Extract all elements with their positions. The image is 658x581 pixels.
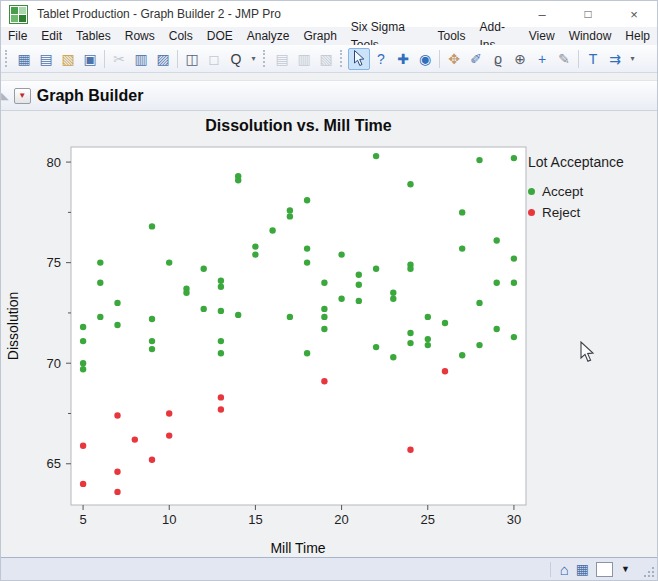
data-point-reject[interactable] (132, 436, 138, 442)
data-point-reject[interactable] (218, 406, 224, 412)
menu-item-file[interactable]: File (1, 27, 34, 45)
data-point-accept[interactable] (425, 314, 431, 320)
data-point-accept[interactable] (149, 223, 155, 229)
data-point-accept[interactable] (304, 197, 310, 203)
data-point-reject[interactable] (442, 368, 448, 374)
data-point-accept[interactable] (407, 330, 413, 336)
data-point-accept[interactable] (494, 280, 500, 286)
toolbar-overflow-2-button[interactable]: ▾ (626, 48, 639, 70)
arrow-tool-button[interactable] (348, 48, 370, 70)
data-point-accept[interactable] (321, 326, 327, 332)
data-point-reject[interactable] (407, 447, 413, 453)
data-filter-button[interactable]: ◫ (181, 48, 203, 70)
help-tool-button[interactable]: ? (370, 48, 392, 70)
data-point-accept[interactable] (459, 352, 465, 358)
data-point-accept[interactable] (356, 298, 362, 304)
plot-area[interactable] (71, 147, 526, 505)
legend-item-reject[interactable]: Reject (528, 204, 658, 220)
move-tool-button[interactable]: ✚ (392, 48, 414, 70)
data-point-accept[interactable] (114, 300, 120, 306)
data-point-accept[interactable] (269, 227, 275, 233)
data-point-reject[interactable] (321, 378, 327, 384)
data-point-accept[interactable] (373, 344, 379, 350)
data-point-reject[interactable] (166, 410, 172, 416)
save-button[interactable]: ▣ (79, 48, 101, 70)
data-point-accept[interactable] (373, 266, 379, 272)
menu-item-tables[interactable]: Tables (69, 27, 118, 45)
data-point-accept[interactable] (252, 243, 258, 249)
grabber-tool-button[interactable]: ✥ (443, 48, 465, 70)
data-point-accept[interactable] (407, 266, 413, 272)
data-point-accept[interactable] (80, 366, 86, 372)
data-point-accept[interactable] (80, 360, 86, 366)
menu-item-window[interactable]: Window (562, 27, 619, 45)
data-point-accept[interactable] (494, 326, 500, 332)
legend-item-accept[interactable]: Accept (528, 183, 658, 199)
data-point-accept[interactable] (356, 272, 362, 278)
data-point-accept[interactable] (459, 245, 465, 251)
data-point-accept[interactable] (338, 251, 344, 257)
menu-item-doe[interactable]: DOE (200, 27, 240, 45)
data-point-accept[interactable] (235, 312, 241, 318)
data-point-accept[interactable] (201, 306, 207, 312)
menu-item-view[interactable]: View (522, 27, 562, 45)
menu-item-tools[interactable]: Tools (431, 27, 473, 45)
home-window-icon[interactable]: ⌂ (560, 562, 569, 577)
data-point-accept[interactable] (235, 177, 241, 183)
data-point-accept[interactable] (201, 266, 207, 272)
data-point-accept[interactable] (97, 259, 103, 265)
data-point-reject[interactable] (218, 394, 224, 400)
menu-item-graph[interactable]: Graph (296, 27, 343, 45)
data-point-reject[interactable] (166, 432, 172, 438)
data-point-accept[interactable] (218, 350, 224, 356)
new-data-table-button[interactable]: ▦ (13, 48, 35, 70)
toolbar-drag-handle[interactable] (263, 50, 268, 67)
data-point-accept[interactable] (425, 336, 431, 342)
data-point-accept[interactable] (494, 237, 500, 243)
annotate-line-tool-button[interactable]: ⇉ (604, 48, 626, 70)
data-point-accept[interactable] (338, 296, 344, 302)
data-point-accept[interactable] (218, 308, 224, 314)
data-point-accept[interactable] (304, 245, 310, 251)
target-tool-button[interactable]: ◉ (414, 48, 436, 70)
data-point-accept[interactable] (511, 280, 517, 286)
data-point-accept[interactable] (183, 290, 189, 296)
data-point-accept[interactable] (218, 338, 224, 344)
data-point-accept[interactable] (476, 300, 482, 306)
close-button[interactable]: × (611, 1, 657, 27)
data-point-accept[interactable] (321, 314, 327, 320)
data-point-accept[interactable] (390, 296, 396, 302)
data-point-accept[interactable] (287, 213, 293, 219)
window-list-box[interactable] (596, 562, 613, 577)
data-point-accept[interactable] (149, 338, 155, 344)
data-point-accept[interactable] (97, 314, 103, 320)
data-point-accept[interactable] (287, 314, 293, 320)
data-point-accept[interactable] (511, 255, 517, 261)
data-point-reject[interactable] (114, 489, 120, 495)
data-point-accept[interactable] (321, 306, 327, 312)
copy-button[interactable]: ▥ (130, 48, 152, 70)
data-point-accept[interactable] (80, 338, 86, 344)
menu-item-analyze[interactable]: Analyze (240, 27, 297, 45)
data-point-accept[interactable] (166, 259, 172, 265)
data-point-accept[interactable] (459, 209, 465, 215)
data-point-accept[interactable] (407, 340, 413, 346)
toolbar-drag-handle[interactable] (340, 50, 345, 67)
red-triangle-menu-button[interactable]: ▼ (14, 88, 31, 104)
data-point-accept[interactable] (218, 278, 224, 284)
toolbar-overflow-1-button[interactable]: ▾ (247, 48, 260, 70)
data-point-accept[interactable] (511, 334, 517, 340)
eraser-tool-button[interactable]: ✎ (553, 48, 575, 70)
data-point-accept[interactable] (149, 346, 155, 352)
crosshair-tool-button[interactable]: + (531, 48, 553, 70)
data-point-accept[interactable] (304, 259, 310, 265)
menu-item-help[interactable]: Help (618, 27, 657, 45)
menu-item-edit[interactable]: Edit (34, 27, 69, 45)
data-point-reject[interactable] (114, 469, 120, 475)
data-point-accept[interactable] (425, 342, 431, 348)
data-point-accept[interactable] (407, 181, 413, 187)
toolbar-drag-handle[interactable] (5, 50, 10, 67)
data-point-reject[interactable] (80, 443, 86, 449)
minimize-button[interactable]: – (519, 1, 565, 27)
data-point-accept[interactable] (511, 155, 517, 161)
